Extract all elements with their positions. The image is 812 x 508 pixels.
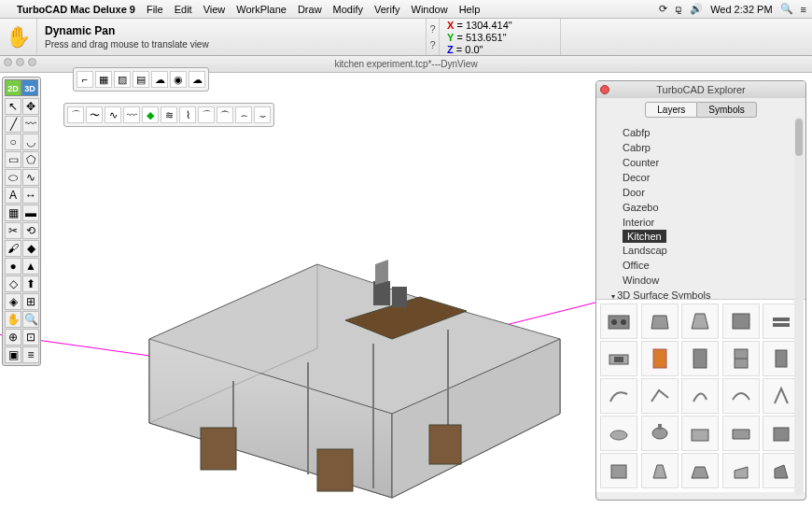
paint-tool[interactable]: 🖌 [5, 240, 21, 257]
trim-tool[interactable]: ✂ [5, 222, 21, 239]
hatch-tool[interactable]: ▦ [5, 205, 21, 221]
primitive-cone-tool[interactable]: ▲ [22, 258, 39, 275]
transform-tool[interactable]: ⟲ [22, 222, 39, 239]
symbol-thumb[interactable] [600, 378, 637, 414]
render-tool[interactable]: ▣ [5, 346, 21, 363]
dimension-tool[interactable]: ↔ [22, 187, 39, 204]
symbol-thumb[interactable] [722, 341, 760, 376]
tree-section[interactable]: 3D Surface Symbols [602, 288, 800, 299]
extrude-tool[interactable]: ⬆ [22, 275, 39, 292]
symbol-thumb[interactable] [681, 416, 719, 451]
palette-tool[interactable]: ☁ [189, 71, 205, 88]
symbol-thumb[interactable] [641, 416, 679, 451]
tree-item[interactable]: Office [602, 258, 800, 273]
surface-tool[interactable]: ◈ [5, 293, 21, 310]
menu-modify[interactable]: Modify [333, 4, 363, 15]
palette-tool[interactable]: ⌐ [77, 71, 93, 88]
ellipse-tool[interactable]: ⬭ [5, 169, 21, 186]
curve-tool[interactable]: ∿ [105, 106, 121, 123]
scroll-thumb[interactable] [795, 119, 803, 156]
menu-window[interactable]: Window [412, 4, 448, 15]
help-icon[interactable]: ? [427, 39, 439, 50]
help-icon[interactable]: ? [427, 23, 439, 35]
zoom-tool[interactable]: 🔍 [22, 311, 39, 328]
explorer-header[interactable]: TurboCAD Explorer [596, 81, 805, 98]
orbit-tool[interactable]: ⊕ [5, 329, 21, 346]
tree-item[interactable]: Gazebo [602, 200, 800, 215]
spline-tool[interactable]: ∿ [22, 169, 39, 186]
symbol-thumb[interactable] [681, 303, 719, 339]
symbol-thumb[interactable] [641, 453, 679, 488]
bluetooth-icon[interactable]: ⚼ [675, 3, 682, 15]
symbol-thumb[interactable] [681, 378, 719, 414]
menu-view[interactable]: View [203, 4, 226, 15]
tab-layers[interactable]: Layers [645, 102, 697, 118]
menu-verify[interactable]: Verify [374, 4, 400, 15]
tree-item[interactable]: Counter [602, 155, 800, 170]
rectangle-tool[interactable]: ▭ [5, 151, 21, 168]
layer-tool[interactable]: ≡ [22, 346, 39, 363]
floating-palette-1[interactable]: ⌐ ▦ ▨ ▤ ☁ ◉ ☁ [73, 67, 209, 92]
curve-tool[interactable]: 〰 [123, 106, 140, 123]
tree-item[interactable]: Interior [602, 215, 800, 230]
close-icon[interactable] [600, 85, 609, 94]
symbol-thumb[interactable] [600, 303, 637, 339]
line-tool[interactable]: ╱ [5, 116, 21, 133]
symbol-thumb[interactable] [600, 416, 637, 451]
sync-icon[interactable]: ⟳ [659, 3, 667, 15]
symbol-thumb[interactable] [681, 453, 719, 488]
fill-tool[interactable]: ◆ [22, 240, 39, 257]
tree-item[interactable]: Door [602, 185, 800, 200]
menu-edit[interactable]: Edit [175, 4, 192, 15]
notifications-icon[interactable]: ≡ [801, 4, 806, 15]
symbol-thumb[interactable] [722, 453, 760, 488]
tree-item[interactable]: Decor [602, 170, 800, 185]
palette-tool[interactable]: ▦ [95, 71, 112, 88]
text-tool[interactable]: A [5, 187, 21, 204]
palette-tool[interactable]: ▤ [133, 71, 149, 88]
symbol-thumb[interactable] [641, 303, 679, 339]
polyline-tool[interactable]: 〰 [22, 116, 39, 133]
scrollbar[interactable] [794, 117, 804, 496]
symbol-thumb[interactable] [641, 341, 679, 376]
mesh-tool[interactable]: ⊞ [22, 293, 39, 310]
curve-tool[interactable]: ≋ [161, 106, 177, 123]
floating-palette-2[interactable]: ⌒ 〜 ∿ 〰 ◆ ≋ ⌇ ⌒ ⏜ ⌢ ⌣ [63, 103, 274, 127]
traffic-lights[interactable] [4, 58, 36, 66]
tree-item[interactable]: Cabrp [602, 140, 800, 155]
palette-tool[interactable]: ☁ [151, 71, 168, 88]
menu-help[interactable]: Help [459, 4, 481, 15]
view-cube-tool[interactable]: ⊡ [22, 329, 39, 346]
symbol-thumb[interactable] [681, 341, 719, 376]
spotlight-icon[interactable]: 🔍 [780, 3, 793, 15]
select-tool[interactable]: ↖ [5, 98, 21, 115]
symbol-thumb[interactable] [600, 341, 637, 376]
app-name[interactable]: TurboCAD Mac Deluxe 9 [17, 4, 135, 15]
view-3d-button[interactable]: 3D [21, 79, 38, 96]
pan-tool[interactable]: ✋ [5, 311, 21, 328]
symbol-thumb[interactable] [600, 453, 637, 488]
menu-draw[interactable]: Draw [298, 4, 322, 15]
tree-item[interactable]: Landscap [602, 243, 800, 258]
primitive-box-tool[interactable]: ◇ [5, 275, 21, 292]
tab-symbols[interactable]: Symbols [697, 102, 756, 118]
move-tool[interactable]: ✥ [22, 98, 39, 115]
polygon-tool[interactable]: ⬠ [22, 151, 39, 168]
curve-tool[interactable]: ⌒ [198, 106, 215, 123]
symbol-thumb[interactable] [722, 416, 760, 451]
curve-tool[interactable]: ⌒ [67, 106, 84, 123]
volume-icon[interactable]: 🔊 [690, 3, 703, 15]
view-2d-button[interactable]: 2D [5, 79, 21, 96]
clock[interactable]: Wed 2:32 PM [710, 4, 772, 15]
symbol-thumb[interactable] [722, 303, 760, 339]
symbol-thumb[interactable] [722, 378, 760, 414]
arc-tool[interactable]: ◡ [22, 134, 39, 150]
tree-item-selected[interactable]: Kitchen [623, 230, 666, 243]
menu-workplane[interactable]: WorkPlane [236, 4, 287, 15]
floorplan-3d-model[interactable] [112, 208, 579, 508]
curve-tool[interactable]: 〜 [86, 106, 103, 123]
explorer-tree[interactable]: Cabfp Cabrp Counter Decor Door Gazebo In… [596, 121, 805, 299]
curve-tool[interactable]: ⏜ [217, 106, 233, 123]
tree-item[interactable]: Window [602, 273, 800, 288]
primitive-sphere-tool[interactable]: ● [5, 258, 21, 275]
